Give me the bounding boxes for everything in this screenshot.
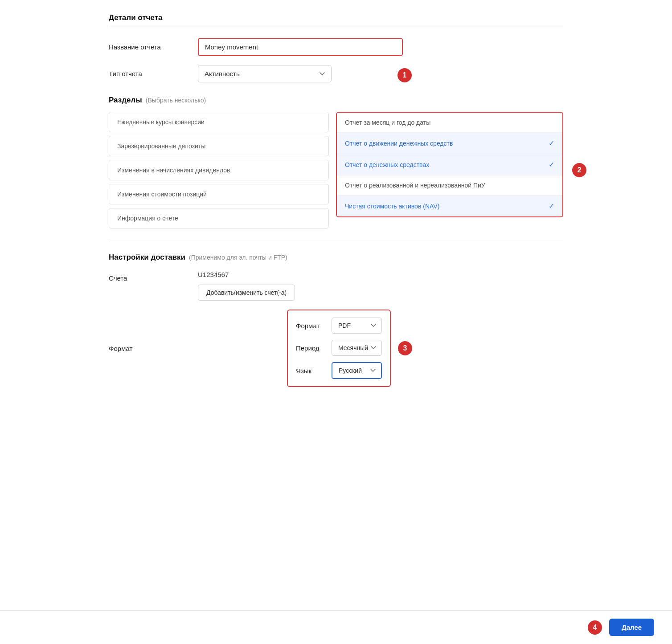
- report-type-row: Тип отчета Активность Позиции Транзакции: [109, 65, 563, 82]
- section-item-daily-rates[interactable]: Ежедневные курсы конверсии: [109, 112, 329, 132]
- delivery-settings-outer: Формат PDF CSV Excel Период Месячный Еже…: [198, 310, 391, 387]
- section-item-position-changes[interactable]: Изменения стоимости позиций: [109, 184, 329, 204]
- section-item-nav-label: Чистая стоимость активов (NAV): [345, 203, 439, 210]
- sections-block: Разделы (Выбрать несколько) Ежедневные к…: [109, 96, 563, 228]
- delivery-period-label: Период: [296, 344, 332, 352]
- delivery-format-label: Формат: [296, 322, 332, 330]
- report-type-select[interactable]: Активность Позиции Транзакции: [198, 65, 332, 82]
- delivery-format-row: Формат Формат PDF CSV Excel Период Месяч…: [109, 310, 563, 387]
- delivery-language-label: Язык: [296, 367, 332, 375]
- accounts-content: U1234567 Добавить/изменить счет(-а): [198, 271, 295, 301]
- section-item-nav[interactable]: Чистая стоимость активов (NAV) ✓: [337, 196, 562, 216]
- report-name-input[interactable]: [198, 38, 403, 56]
- section-item-cash-report-label: Отчет о денежных средствах: [345, 161, 429, 168]
- check-icon-cash-movement: ✓: [549, 139, 554, 147]
- delivery-format-row-inner: Формат PDF CSV Excel: [296, 318, 382, 334]
- sections-subtitle: (Выбрать несколько): [146, 97, 206, 104]
- badge-2: 2: [572, 163, 586, 177]
- section-item-cash-movement[interactable]: Отчет о движении денежных средств ✓: [337, 133, 562, 154]
- report-type-label: Тип отчета: [109, 70, 198, 77]
- badge-3: 3: [398, 341, 412, 355]
- add-account-button[interactable]: Добавить/изменить счет(-а): [198, 285, 295, 301]
- delivery-period-select[interactable]: Месячный Ежегодный Ежедневный: [332, 340, 382, 356]
- format-label: Формат: [109, 345, 198, 352]
- section-item-realized-unrealized[interactable]: Отчет о реализованной и нереализованной …: [337, 175, 562, 196]
- report-name-row: Название отчета 1: [109, 38, 563, 56]
- delivery-period-row: Период Месячный Ежегодный Ежедневный: [296, 340, 382, 356]
- delivery-header: Настройки доставки (Применимо для эл. по…: [109, 253, 563, 262]
- delivery-format-select[interactable]: PDF CSV Excel: [332, 318, 382, 334]
- section-item-account-info[interactable]: Информация о счете: [109, 208, 329, 228]
- sections-col-right: Отчет за месяц и год до даты Отчет о дви…: [336, 112, 563, 217]
- delivery-settings-box: Формат PDF CSV Excel Период Месячный Еже…: [287, 310, 391, 387]
- check-icon-nav: ✓: [549, 202, 554, 210]
- delivery-language-row: Язык Русский English Deutsch Français: [296, 362, 382, 379]
- sections-grid: Ежедневные курсы конверсии Зарезервирова…: [109, 112, 563, 228]
- section-item-cash-report[interactable]: Отчет о денежных средствах ✓: [337, 154, 562, 175]
- accounts-label: Счета: [109, 271, 198, 282]
- section-title-report-details: Детали отчета: [109, 13, 563, 27]
- sections-col-left: Ежедневные курсы конверсии Зарезервирова…: [109, 112, 336, 228]
- section-item-realized-label: Отчет о реализованной и нереализованной …: [345, 182, 485, 189]
- sections-header: Разделы (Выбрать несколько): [109, 96, 563, 105]
- sections-col-right-wrapper: Отчет за месяц и год до даты Отчет о дви…: [336, 112, 563, 228]
- badge-1: 1: [397, 68, 412, 82]
- delivery-language-select[interactable]: Русский English Deutsch Français: [332, 362, 382, 379]
- section-item-cash-movement-label: Отчет о движении денежных средств: [345, 140, 453, 147]
- sections-title: Разделы: [109, 96, 142, 105]
- section-item-reserved-deposits[interactable]: Зарезервированные депозиты: [109, 136, 329, 156]
- section-item-dividend-changes[interactable]: Изменения в начислениях дивидендов: [109, 160, 329, 180]
- accounts-row: Счета U1234567 Добавить/изменить счет(-а…: [109, 271, 563, 301]
- report-name-label: Название отчета: [109, 43, 198, 51]
- delivery-title: Настройки доставки: [109, 253, 185, 262]
- account-id: U1234567: [198, 271, 295, 278]
- check-icon-cash-report: ✓: [549, 160, 554, 169]
- section-item-monthly-ytd[interactable]: Отчет за месяц и год до даты: [337, 113, 562, 133]
- delivery-subtitle: (Применимо для эл. почты и FTP): [189, 254, 287, 261]
- section-item-monthly-ytd-label: Отчет за месяц и год до даты: [345, 119, 430, 126]
- divider: [109, 242, 563, 242]
